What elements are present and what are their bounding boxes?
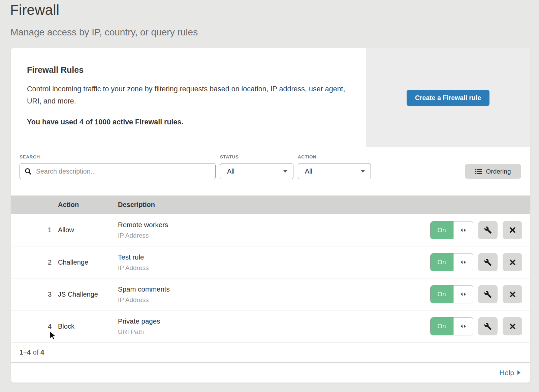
close-icon [509,259,516,266]
rule-controls: On [429,285,530,303]
toggle-on-label[interactable]: On [431,221,453,239]
toggle-on-label[interactable]: On [431,253,453,271]
rule-description-cell: Spam comments IP Address [118,285,429,304]
rule-action: JS Challenge [58,291,118,298]
delete-rule-button[interactable] [503,285,522,303]
rule-controls: On [429,221,530,239]
chevron-down-icon [360,170,365,173]
pagination-range: 1–4 [20,349,31,356]
table-header: Action Description [11,195,530,214]
wrench-icon [484,226,492,234]
rule-controls: On [429,317,530,335]
rule-match-type: URI Path [118,328,429,336]
intro-heading: Firewall Rules [27,65,351,75]
card-footer: Help [11,362,530,383]
left-right-arrows-icon [460,260,467,264]
toggle-handle[interactable] [453,253,473,271]
toggle-on-label[interactable]: On [431,285,453,303]
rules-usage-text: You have used 4 of 1000 active Firewall … [27,118,351,126]
close-icon [509,227,516,234]
edit-rule-button[interactable] [478,221,498,239]
table-row: 2 Challenge Test rule IP Address On [11,246,530,278]
rule-match-type: IP Address [118,264,429,272]
search-icon [25,168,32,175]
toggle-handle[interactable] [453,318,473,335]
search-label: SEARCH [20,154,40,159]
pagination: 1–4 of 4 [11,342,530,362]
action-column-header: Action [58,201,118,209]
page-subtitle: Manage access by IP, country, or query r… [10,27,198,38]
rule-enabled-toggle[interactable]: On [430,253,473,271]
pagination-of: of [33,349,38,356]
rule-description: Remote workers [118,221,429,229]
rule-action: Challenge [58,259,118,266]
rule-priority: 2 [11,259,58,266]
help-link[interactable]: Help [500,369,520,377]
create-rule-panel: Create a Firewall rule [366,48,530,147]
rule-description: Spam comments [118,285,429,293]
ordering-button[interactable]: Ordering [465,164,521,179]
intro-text-block: Firewall Rules Control incoming traffic … [11,48,351,126]
rule-enabled-toggle[interactable]: On [430,317,473,335]
delete-rule-button[interactable] [503,253,522,271]
status-label: STATUS [220,154,239,159]
left-right-arrows-icon [460,292,467,296]
intro-description: Control incoming traffic to your zone by… [27,83,345,107]
action-select[interactable]: All [298,163,371,179]
edit-rule-button[interactable] [478,253,498,271]
delete-rule-button[interactable] [503,317,522,335]
description-column-header: Description [118,201,429,209]
status-select-value: All [227,168,234,175]
toggle-handle[interactable] [453,285,473,303]
left-right-arrows-icon [460,228,467,232]
help-link-label: Help [500,369,514,377]
rule-controls: On [429,253,530,271]
close-icon [509,323,516,330]
create-firewall-rule-button[interactable]: Create a Firewall rule [407,90,489,106]
edit-rule-button[interactable] [478,317,498,335]
rule-match-type: IP Address [118,296,429,304]
wrench-icon [484,323,492,330]
rule-match-type: IP Address [118,232,429,239]
edit-rule-button[interactable] [478,285,498,303]
rule-description-cell: Private pages URI Path [118,317,429,336]
rule-description-cell: Test rule IP Address [118,253,429,272]
search-input[interactable] [35,167,211,176]
caret-right-icon [517,370,520,375]
rule-priority: 1 [11,226,58,234]
card-intro-section: Firewall Rules Control incoming traffic … [11,48,530,147]
action-label: ACTION [298,154,316,159]
search-box [20,163,216,179]
rules-table-body: 1 Allow Remote workers IP Address On [11,214,530,342]
page-title: Firewall [10,2,59,18]
wrench-icon [484,291,492,298]
delete-rule-button[interactable] [503,221,522,239]
toggle-handle[interactable] [453,221,473,239]
rule-action: Block [58,323,118,330]
rule-priority: 4 [11,323,58,330]
table-row: 3 JS Challenge Spam comments IP Address … [11,278,530,310]
rule-enabled-toggle[interactable]: On [430,285,473,303]
rule-action: Allow [58,226,118,234]
ordered-list-icon [475,169,482,174]
ordering-button-label: Ordering [486,168,511,175]
firewall-rules-card: Firewall Rules Control incoming traffic … [11,48,530,383]
status-select[interactable]: All [220,163,293,179]
chevron-down-icon [283,170,288,173]
rule-enabled-toggle[interactable]: On [430,221,473,239]
toggle-on-label[interactable]: On [431,318,453,335]
rule-description-cell: Remote workers IP Address [118,221,429,239]
filters-bar: SEARCH STATUS All ACTION All Ordering [11,147,530,195]
action-select-value: All [305,168,312,175]
close-icon [509,291,516,298]
rule-description: Test rule [118,253,429,261]
left-right-arrows-icon [460,324,467,328]
table-row: 4 Block Private pages URI Path On [11,310,530,342]
rule-priority: 3 [11,291,58,298]
wrench-icon [484,259,492,266]
rule-description: Private pages [118,317,429,325]
pagination-total: 4 [40,349,44,356]
table-row: 1 Allow Remote workers IP Address On [11,214,530,246]
